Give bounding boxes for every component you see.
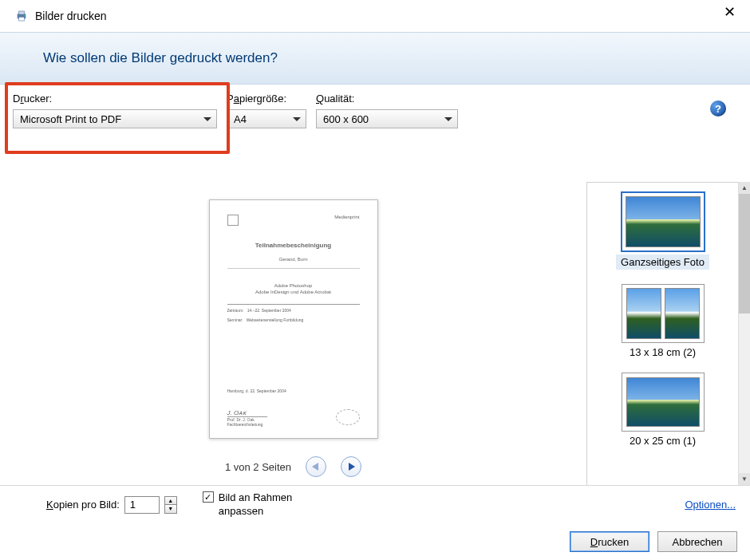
print-button[interactable]: Drucken bbox=[570, 531, 649, 552]
doc-name: Gerand, Burn bbox=[227, 257, 360, 262]
doc-title: Teilnahmebescheinigung bbox=[227, 242, 360, 249]
quality-combo[interactable]: 600 x 600 bbox=[316, 109, 458, 128]
bottom-bar: Kopien pro Bild: ▲ ▼ ✓ Bild an Rahmen an… bbox=[0, 485, 750, 523]
help-icon[interactable]: ? bbox=[710, 101, 726, 116]
options-link[interactable]: Optionen... bbox=[685, 499, 736, 511]
fit-to-frame-label: Bild an Rahmen anpassen bbox=[219, 491, 314, 518]
doc-line2: Adobe InDesign und Adobe Acrobat bbox=[227, 290, 360, 294]
printer-value: Microsoft Print to PDF bbox=[20, 113, 121, 125]
layout-20x25[interactable]: 20 x 25 cm (1) bbox=[620, 369, 706, 450]
doc-line1: Adobe Photoshop bbox=[227, 283, 360, 288]
chevron-down-icon bbox=[444, 117, 452, 121]
papersize-value: A4 bbox=[234, 113, 247, 125]
page-preview: Medienprint Teilnahmebescheinigung Geran… bbox=[209, 199, 378, 439]
scroll-up-button[interactable]: ▲ bbox=[739, 182, 750, 194]
scroll-track[interactable] bbox=[739, 194, 750, 473]
layout-label: Ganzseitiges Foto bbox=[616, 254, 709, 270]
copies-input[interactable] bbox=[124, 496, 160, 514]
printer-field: Drucker: Microsoft Print to PDF bbox=[13, 93, 217, 128]
question-band: Wie sollen die Bilder gedruckt werden? bbox=[0, 32, 750, 85]
fit-to-frame-checkbox[interactable]: ✓ bbox=[203, 491, 214, 503]
prev-page-button[interactable] bbox=[306, 456, 326, 477]
next-page-button[interactable] bbox=[341, 456, 361, 477]
svg-point-3 bbox=[24, 14, 25, 15]
layout-13x18[interactable]: 13 x 18 cm (2) bbox=[620, 281, 706, 361]
printer-icon bbox=[14, 10, 29, 22]
config-row: Drucker: Microsoft Print to PDF Papiergr… bbox=[0, 85, 750, 128]
copies-down[interactable]: ▼ bbox=[165, 505, 176, 513]
scroll-down-button[interactable]: ▼ bbox=[739, 473, 750, 485]
copies-field: Kopien pro Bild: ▲ ▼ bbox=[46, 496, 177, 514]
question-text: Wie sollen die Bilder gedruckt werden? bbox=[43, 50, 707, 66]
layout-thumb bbox=[622, 284, 705, 343]
pager: 1 von 2 Seiten bbox=[225, 456, 361, 477]
close-button[interactable]: ✕ bbox=[717, 2, 742, 22]
scrollbar[interactable]: ▲ ▼ bbox=[738, 182, 750, 485]
layout-label: 13 x 18 cm (2) bbox=[630, 346, 696, 358]
pager-text: 1 von 2 Seiten bbox=[225, 461, 291, 473]
fit-to-frame-field: ✓ Bild an Rahmen anpassen bbox=[203, 491, 314, 518]
printer-label: Drucker: bbox=[13, 93, 217, 105]
button-row: Drucken Abbrechen bbox=[570, 531, 737, 552]
window-title: Bilder drucken bbox=[35, 10, 107, 22]
layout-fullpage[interactable]: Ganzseitiges Foto bbox=[614, 189, 711, 273]
svg-rect-1 bbox=[19, 11, 25, 14]
preview-pane: Medienprint Teilnahmebescheinigung Geran… bbox=[0, 182, 586, 485]
layout-thumb bbox=[622, 373, 705, 432]
papersize-combo[interactable]: A4 bbox=[227, 109, 306, 128]
scroll-thumb[interactable] bbox=[739, 194, 750, 314]
layout-thumb bbox=[622, 192, 705, 251]
layout-label: 20 x 25 cm (1) bbox=[630, 435, 696, 447]
titlebar: Bilder drucken ✕ bbox=[0, 0, 750, 32]
quality-field: Qualität: 600 x 600 bbox=[316, 93, 458, 128]
quality-value: 600 x 600 bbox=[323, 113, 369, 125]
copies-spinner[interactable]: ▲ ▼ bbox=[164, 496, 177, 514]
papersize-field: Papiergröße: A4 bbox=[227, 93, 306, 128]
copies-label: Kopien pro Bild: bbox=[46, 499, 120, 511]
printer-combo[interactable]: Microsoft Print to PDF bbox=[13, 109, 217, 128]
copies-up[interactable]: ▲ bbox=[165, 497, 176, 506]
layout-sidebar: Ganzseitiges Foto 13 x 18 cm (2) 20 x 25… bbox=[586, 182, 738, 485]
chevron-down-icon bbox=[203, 117, 211, 121]
svg-rect-2 bbox=[19, 17, 25, 21]
body-area: Medienprint Teilnahmebescheinigung Geran… bbox=[0, 182, 750, 485]
cancel-button[interactable]: Abbrechen bbox=[657, 531, 737, 552]
chevron-down-icon bbox=[293, 117, 301, 121]
quality-label: Qualität: bbox=[316, 93, 458, 105]
titlebar-left: Bilder drucken bbox=[14, 10, 107, 22]
papersize-label: Papiergröße: bbox=[227, 93, 306, 105]
